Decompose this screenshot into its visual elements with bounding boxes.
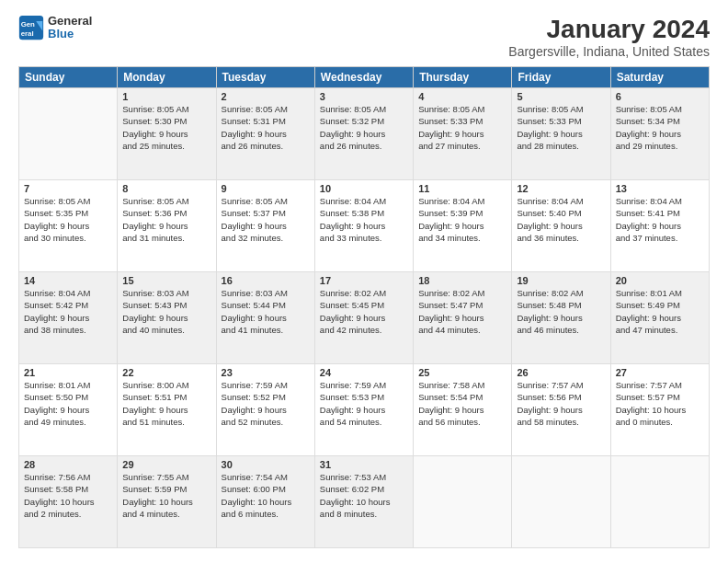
day-number: 8 (122, 183, 210, 194)
title-block: January 2024 Bargersville, Indiana, Unit… (508, 15, 710, 59)
calendar-cell: 21Sunrise: 8:01 AM Sunset: 5:50 PM Dayli… (19, 364, 118, 456)
calendar-cell: 23Sunrise: 7:59 AM Sunset: 5:52 PM Dayli… (216, 364, 314, 456)
col-header-sunday: Sunday (19, 67, 118, 88)
day-number: 7 (24, 183, 112, 194)
week-row-5: 28Sunrise: 7:56 AM Sunset: 5:58 PM Dayli… (19, 456, 710, 548)
day-number: 24 (320, 367, 408, 378)
calendar-cell: 24Sunrise: 7:59 AM Sunset: 5:53 PM Dayli… (314, 364, 413, 456)
day-number: 5 (517, 91, 605, 102)
week-row-2: 7Sunrise: 8:05 AM Sunset: 5:35 PM Daylig… (19, 180, 710, 272)
col-header-thursday: Thursday (414, 67, 512, 88)
day-info: Sunrise: 8:05 AM Sunset: 5:31 PM Dayligh… (222, 103, 310, 152)
week-row-1: 1Sunrise: 8:05 AM Sunset: 5:30 PM Daylig… (19, 88, 710, 180)
col-header-tuesday: Tuesday (216, 67, 314, 88)
day-number: 31 (320, 459, 408, 470)
logo-icon: Gen eral (18, 15, 44, 40)
day-number: 22 (122, 367, 210, 378)
day-number: 9 (222, 183, 310, 194)
day-info: Sunrise: 8:02 AM Sunset: 5:47 PM Dayligh… (418, 287, 506, 336)
day-info: Sunrise: 8:05 AM Sunset: 5:33 PM Dayligh… (517, 103, 605, 152)
calendar-cell: 18Sunrise: 8:02 AM Sunset: 5:47 PM Dayli… (414, 272, 512, 364)
calendar-cell: 14Sunrise: 8:04 AM Sunset: 5:42 PM Dayli… (19, 272, 118, 364)
day-number: 14 (24, 275, 112, 286)
day-number: 10 (320, 183, 408, 194)
calendar-cell: 19Sunrise: 8:02 AM Sunset: 5:48 PM Dayli… (512, 272, 610, 364)
day-number: 20 (616, 275, 704, 286)
day-info: Sunrise: 8:05 AM Sunset: 5:32 PM Dayligh… (320, 103, 408, 152)
day-info: Sunrise: 8:04 AM Sunset: 5:39 PM Dayligh… (418, 195, 506, 244)
day-number: 23 (222, 367, 310, 378)
day-number: 27 (616, 367, 704, 378)
calendar-cell: 8Sunrise: 8:05 AM Sunset: 5:36 PM Daylig… (118, 180, 216, 272)
subtitle: Bargersville, Indiana, United States (508, 44, 710, 59)
calendar-cell: 30Sunrise: 7:54 AM Sunset: 6:00 PM Dayli… (216, 456, 314, 548)
day-info: Sunrise: 8:05 AM Sunset: 5:37 PM Dayligh… (222, 195, 310, 244)
calendar-cell: 20Sunrise: 8:01 AM Sunset: 5:49 PM Dayli… (610, 272, 709, 364)
day-number: 29 (122, 459, 210, 470)
day-number: 1 (122, 91, 210, 102)
logo-general: General (48, 15, 92, 28)
calendar-cell (512, 456, 610, 548)
day-number: 12 (517, 183, 605, 194)
day-info: Sunrise: 8:04 AM Sunset: 5:38 PM Dayligh… (320, 195, 408, 244)
calendar-cell: 2Sunrise: 8:05 AM Sunset: 5:31 PM Daylig… (216, 88, 314, 180)
day-info: Sunrise: 7:58 AM Sunset: 5:54 PM Dayligh… (418, 379, 506, 428)
calendar-cell: 17Sunrise: 8:02 AM Sunset: 5:45 PM Dayli… (314, 272, 413, 364)
day-info: Sunrise: 8:01 AM Sunset: 5:50 PM Dayligh… (24, 379, 112, 428)
page: Gen eral General Blue January 2024 Barge… (0, 0, 728, 563)
week-row-4: 21Sunrise: 8:01 AM Sunset: 5:50 PM Dayli… (19, 364, 710, 456)
day-info: Sunrise: 8:01 AM Sunset: 5:49 PM Dayligh… (616, 287, 704, 336)
day-info: Sunrise: 8:02 AM Sunset: 5:48 PM Dayligh… (517, 287, 605, 336)
col-header-monday: Monday (118, 67, 216, 88)
calendar-cell: 16Sunrise: 8:03 AM Sunset: 5:44 PM Dayli… (216, 272, 314, 364)
day-info: Sunrise: 8:05 AM Sunset: 5:34 PM Dayligh… (616, 103, 704, 152)
day-info: Sunrise: 7:53 AM Sunset: 6:02 PM Dayligh… (320, 471, 408, 520)
day-number: 3 (320, 91, 408, 102)
calendar-cell (610, 456, 709, 548)
calendar-cell: 29Sunrise: 7:55 AM Sunset: 5:59 PM Dayli… (118, 456, 216, 548)
day-info: Sunrise: 8:04 AM Sunset: 5:42 PM Dayligh… (24, 287, 112, 336)
day-info: Sunrise: 8:03 AM Sunset: 5:44 PM Dayligh… (222, 287, 310, 336)
day-info: Sunrise: 8:04 AM Sunset: 5:40 PM Dayligh… (517, 195, 605, 244)
calendar-cell: 15Sunrise: 8:03 AM Sunset: 5:43 PM Dayli… (118, 272, 216, 364)
header: Gen eral General Blue January 2024 Barge… (18, 15, 710, 59)
calendar-cell: 1Sunrise: 8:05 AM Sunset: 5:30 PM Daylig… (118, 88, 216, 180)
calendar-cell: 3Sunrise: 8:05 AM Sunset: 5:32 PM Daylig… (314, 88, 413, 180)
calendar-cell: 4Sunrise: 8:05 AM Sunset: 5:33 PM Daylig… (414, 88, 512, 180)
col-header-wednesday: Wednesday (314, 67, 413, 88)
svg-text:Gen: Gen (21, 20, 35, 29)
day-info: Sunrise: 8:04 AM Sunset: 5:41 PM Dayligh… (616, 195, 704, 244)
day-number: 25 (418, 367, 506, 378)
calendar-cell: 9Sunrise: 8:05 AM Sunset: 5:37 PM Daylig… (216, 180, 314, 272)
day-number: 30 (222, 459, 310, 470)
logo-blue: Blue (48, 28, 92, 40)
day-number: 6 (616, 91, 704, 102)
day-info: Sunrise: 7:59 AM Sunset: 5:52 PM Dayligh… (222, 379, 310, 428)
calendar-cell: 7Sunrise: 8:05 AM Sunset: 5:35 PM Daylig… (19, 180, 118, 272)
logo: Gen eral General Blue (18, 15, 92, 41)
day-info: Sunrise: 7:57 AM Sunset: 5:56 PM Dayligh… (517, 379, 605, 428)
day-info: Sunrise: 8:00 AM Sunset: 5:51 PM Dayligh… (122, 379, 210, 428)
calendar-cell: 11Sunrise: 8:04 AM Sunset: 5:39 PM Dayli… (414, 180, 512, 272)
col-header-friday: Friday (512, 67, 610, 88)
calendar-cell: 22Sunrise: 8:00 AM Sunset: 5:51 PM Dayli… (118, 364, 216, 456)
day-number: 15 (122, 275, 210, 286)
day-info: Sunrise: 8:05 AM Sunset: 5:35 PM Dayligh… (24, 195, 112, 244)
day-info: Sunrise: 8:05 AM Sunset: 5:33 PM Dayligh… (418, 103, 506, 152)
calendar-cell: 27Sunrise: 7:57 AM Sunset: 5:57 PM Dayli… (610, 364, 709, 456)
day-number: 28 (24, 459, 112, 470)
week-row-3: 14Sunrise: 8:04 AM Sunset: 5:42 PM Dayli… (19, 272, 710, 364)
day-number: 11 (418, 183, 506, 194)
calendar-cell (414, 456, 512, 548)
day-number: 19 (517, 275, 605, 286)
day-number: 16 (222, 275, 310, 286)
day-number: 13 (616, 183, 704, 194)
col-header-saturday: Saturday (610, 67, 709, 88)
calendar-cell: 12Sunrise: 8:04 AM Sunset: 5:40 PM Dayli… (512, 180, 610, 272)
day-number: 18 (418, 275, 506, 286)
day-number: 26 (517, 367, 605, 378)
day-info: Sunrise: 8:03 AM Sunset: 5:43 PM Dayligh… (122, 287, 210, 336)
day-info: Sunrise: 8:05 AM Sunset: 5:30 PM Dayligh… (122, 103, 210, 152)
svg-text:eral: eral (21, 29, 34, 38)
calendar-cell (19, 88, 118, 180)
